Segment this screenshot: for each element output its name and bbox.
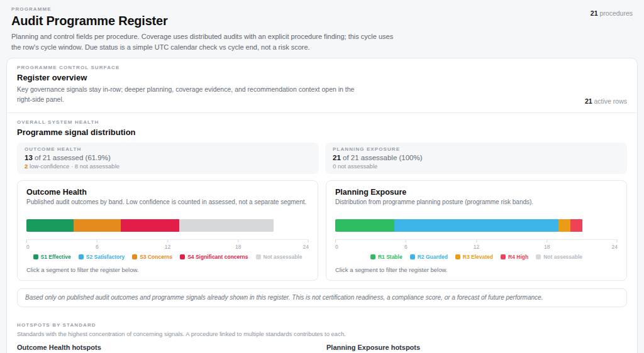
chart-footnote: Click a segment to filter the register b… bbox=[335, 266, 618, 273]
x-axis-tick: 12 bbox=[474, 240, 479, 250]
tick-mark bbox=[308, 240, 309, 242]
chart-subtitle: Distribution from programme planning pos… bbox=[335, 198, 618, 205]
planning-exposure-chart-card: Planning Exposure Distribution from prog… bbox=[326, 180, 627, 281]
legend-label: S1 Effective bbox=[41, 254, 71, 260]
tick-label: 12 bbox=[165, 244, 170, 250]
x-axis-tick: 24 bbox=[303, 240, 309, 250]
x-axis-tick: 6 bbox=[96, 240, 99, 250]
x-axis: 06121824 bbox=[335, 239, 618, 249]
legend-label: R4 High bbox=[508, 254, 528, 260]
register-overview-section: PROGRAMME CONTROL SURFACE Register overv… bbox=[7, 58, 637, 113]
planning-hotspots-column: Planning Exposure hotspots ISO 9001:2015… bbox=[326, 344, 627, 353]
tick-mark bbox=[97, 240, 97, 242]
legend-label: R1 Stable bbox=[378, 254, 402, 260]
tick-mark bbox=[26, 240, 27, 242]
scope-disclaimer: Based only on published audit outcomes a… bbox=[17, 288, 627, 307]
legend-swatch bbox=[501, 254, 506, 259]
tick-mark bbox=[617, 240, 618, 242]
overview-eyebrow: PROGRAMME CONTROL SURFACE bbox=[17, 65, 369, 70]
bar-segment-r2-guarded[interactable] bbox=[394, 219, 559, 232]
chart-title: Planning Exposure bbox=[335, 188, 618, 197]
bar-track bbox=[26, 219, 309, 232]
outcome-stat-label: OUTCOME HEALTH bbox=[25, 146, 311, 152]
tick-label: 0 bbox=[26, 244, 30, 250]
tick-mark bbox=[167, 240, 168, 242]
planning-stat-suffix: of 21 assessable (100%) bbox=[343, 154, 423, 161]
planning-hotspots-heading: Planning Exposure hotspots bbox=[326, 344, 627, 351]
tick-label: 18 bbox=[544, 244, 550, 250]
outcome-stat-value-line: 13 of 21 assessed (61.9%) bbox=[25, 154, 311, 161]
outcome-stat-note: 2 low-confidence · 8 not assessable bbox=[25, 163, 311, 170]
legend-label: R2 Guarded bbox=[418, 254, 448, 260]
legend-label: Not assessable bbox=[543, 254, 582, 260]
chart-title: Outcome Health bbox=[26, 188, 309, 197]
bar-segment-r4-high[interactable] bbox=[570, 219, 582, 232]
bar-segment-s1-effective[interactable] bbox=[26, 219, 74, 232]
x-axis-tick: 18 bbox=[235, 240, 241, 250]
planning-exposure-stat: PLANNING EXPOSURE 21 of 21 assessable (1… bbox=[325, 143, 627, 174]
legend-item-s2-satisfactory: S2 Satisfactory bbox=[79, 254, 125, 260]
active-rows-label: active rows bbox=[594, 97, 627, 105]
hotspots-columns: Outcome Health hotspots ISO 9001:2015Cri… bbox=[17, 344, 627, 353]
bar-segment-r1-stable[interactable] bbox=[335, 219, 394, 232]
legend-item-r4-high: R4 High bbox=[501, 254, 528, 260]
summary-stats-row: OUTCOME HEALTH 13 of 21 assessed (61.9%)… bbox=[17, 143, 627, 174]
legend-swatch bbox=[370, 254, 375, 259]
tick-label: 12 bbox=[474, 244, 479, 250]
bar-segment-s3-concerns[interactable] bbox=[74, 219, 121, 232]
planning-stat-label: PLANNING EXPOSURE bbox=[333, 146, 619, 152]
bar-track bbox=[335, 219, 618, 232]
tick-mark bbox=[335, 240, 336, 242]
legend-swatch bbox=[455, 254, 460, 259]
outcome-stat-suffix: of 21 assessed (61.9%) bbox=[35, 154, 111, 161]
tick-label: 6 bbox=[404, 244, 408, 250]
system-health-title: Programme signal distribution bbox=[17, 128, 627, 137]
legend-label: Not assessable bbox=[264, 254, 303, 260]
planning-stat-value-line: 21 of 21 assessable (100%) bbox=[333, 154, 619, 161]
chart-subtitle: Published audit outcomes by band. Low co… bbox=[26, 198, 309, 205]
system-health-section: OVERALL SYSTEM HEALTH Programme signal d… bbox=[7, 113, 637, 313]
legend-label: R3 Elevated bbox=[463, 254, 493, 260]
legend-swatch bbox=[180, 254, 185, 259]
active-rows-count: 21 active rows bbox=[585, 97, 627, 105]
tick-mark bbox=[547, 240, 547, 242]
planning-stat-value: 21 bbox=[333, 154, 341, 161]
legend-item-s3-concerns: S3 Concerns bbox=[132, 254, 172, 260]
x-axis-tick: 0 bbox=[335, 240, 338, 250]
hotspots-subtitle: Standards with the highest concentration… bbox=[17, 330, 627, 337]
tick-label: 24 bbox=[303, 244, 309, 250]
bar-segment-r3-elevated[interactable] bbox=[558, 219, 570, 232]
x-axis-tick: 0 bbox=[26, 240, 30, 250]
x-axis-tick: 18 bbox=[544, 240, 550, 250]
legend-swatch bbox=[132, 254, 137, 259]
legend-item-r3-elevated: R3 Elevated bbox=[455, 254, 493, 260]
overview-description: Key governance signals stay in-row; deep… bbox=[17, 85, 369, 105]
legend-item-r1-stable: R1 Stable bbox=[370, 254, 402, 260]
tick-label: 6 bbox=[96, 244, 99, 250]
page-description: Planning and control fields per procedur… bbox=[11, 31, 401, 52]
overview-title: Register overview bbox=[17, 73, 369, 82]
procedures-count-value: 21 bbox=[591, 9, 598, 17]
charts-row: Outcome Health Published audit outcomes … bbox=[17, 180, 627, 281]
legend-item-r2-guarded: R2 Guarded bbox=[410, 254, 448, 260]
chart-footnote: Click a segment to filter the register b… bbox=[26, 266, 309, 273]
x-axis-tick: 6 bbox=[404, 240, 408, 250]
legend-swatch bbox=[33, 254, 38, 259]
bar-segment-s4-significant-concerns[interactable] bbox=[121, 219, 180, 232]
tick-label: 0 bbox=[335, 244, 338, 250]
outcome-health-stat: OUTCOME HEALTH 13 of 21 assessed (61.9%)… bbox=[17, 143, 319, 174]
tick-mark bbox=[406, 240, 406, 242]
bar-segment-not-assessable[interactable] bbox=[179, 219, 274, 232]
active-rows-value: 21 bbox=[585, 97, 592, 105]
planning-stat-note: 0 not assessable bbox=[333, 163, 619, 170]
legend: S1 EffectiveS2 SatisfactoryS3 ConcernsS4… bbox=[26, 254, 309, 260]
planning-stat-note-rest: 0 not assessable bbox=[333, 163, 377, 170]
legend-item-not-assessable: Not assessable bbox=[536, 254, 582, 260]
system-health-eyebrow: OVERALL SYSTEM HEALTH bbox=[17, 119, 627, 125]
page-header-text: PROGRAMME Audit Programme Register Plann… bbox=[11, 6, 401, 52]
legend-swatch bbox=[536, 254, 541, 259]
x-axis-tick: 24 bbox=[612, 240, 618, 250]
page-header: PROGRAMME Audit Programme Register Plann… bbox=[0, 0, 644, 58]
tick-label: 18 bbox=[235, 244, 241, 250]
outcome-hotspots-heading: Outcome Health hotspots bbox=[17, 344, 318, 351]
